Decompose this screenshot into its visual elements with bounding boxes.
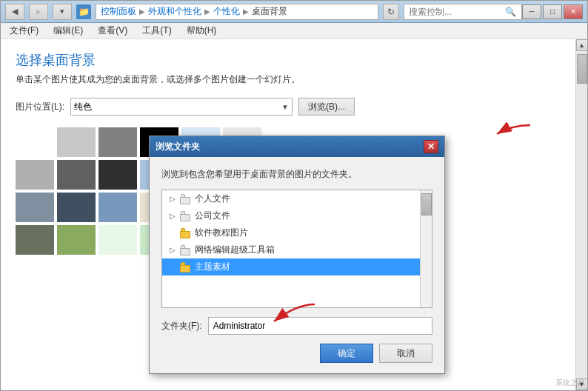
titlebar-controls: ─ □ ✕ xyxy=(522,4,583,19)
dialog-title: 浏览文件夹 xyxy=(156,141,200,153)
swatch-14[interactable] xyxy=(98,193,137,222)
search-input[interactable] xyxy=(409,7,505,17)
folder-icon-0 xyxy=(180,194,192,204)
tree-item-label-0: 个人文件 xyxy=(195,193,230,205)
tree-scrollbar[interactable] xyxy=(420,190,432,307)
browse-button[interactable]: 浏览(B)... xyxy=(298,98,355,116)
folder-label: 文件夹(F): xyxy=(161,320,202,332)
tree-item-1[interactable]: ▷公司文件 xyxy=(162,207,432,224)
dialog-body: 浏览到包含您希望用于桌面背景的图片的文件夹。 ▷个人文件▷公司文件软件教程图片▷… xyxy=(150,157,444,373)
forward-button[interactable]: ▶ xyxy=(29,4,48,20)
back-button[interactable]: ◀ xyxy=(5,4,24,20)
close-button[interactable]: ✕ xyxy=(564,4,583,19)
breadcrumb-item-3[interactable]: 个性化 xyxy=(213,5,240,18)
scrollbar-right[interactable]: ▲ ▼ xyxy=(575,39,587,390)
swatch-2[interactable] xyxy=(98,127,137,157)
menu-file[interactable]: 文件(F) xyxy=(7,23,41,39)
folder-tree[interactable]: ▷个人文件▷公司文件软件教程图片▷网络编辑超级工具箱主题素材 xyxy=(161,190,432,308)
search-box: 🔍 xyxy=(404,4,522,20)
tree-item-4[interactable]: 主题素材 xyxy=(162,258,432,275)
dialog-description: 浏览到包含您希望用于桌面背景的图片的文件夹。 xyxy=(161,167,432,181)
main-window: ◀ ▶ ▾ 📁 控制面板 ▶ 外观和个性化 ▶ 个性化 ▶ 桌面背景 ↻ 🔍 ─ xyxy=(0,0,588,391)
tree-expand-1: ▷ xyxy=(168,212,177,220)
tree-expand-0: ▷ xyxy=(168,195,177,203)
tree-item-label-3: 网络编辑超级工具箱 xyxy=(195,244,275,256)
dialog-buttons: 确定 取消 xyxy=(161,344,432,363)
img-pos-value: 纯色 xyxy=(74,101,92,113)
page-title: 选择桌面背景 xyxy=(16,51,561,69)
img-pos-row: 图片位置(L): 纯色 ▼ 浏览(B)... xyxy=(16,98,561,116)
tree-item-label-4: 主题素材 xyxy=(195,261,230,273)
swatch-8[interactable] xyxy=(98,160,137,190)
ok-button[interactable]: 确定 xyxy=(320,344,373,363)
breadcrumb-sep-1: ▶ xyxy=(139,7,145,16)
swatch-1[interactable] xyxy=(57,127,96,157)
tree-item-label-1: 公司文件 xyxy=(195,210,230,222)
dialog-titlebar: 浏览文件夹 ✕ xyxy=(150,136,444,157)
swatch-12[interactable] xyxy=(16,193,54,222)
tree-item-2[interactable]: 软件教程图片 xyxy=(162,224,432,241)
folder-icon-3 xyxy=(180,245,192,255)
scroll-up-button[interactable]: ▲ xyxy=(576,39,588,51)
browse-folder-dialog: 浏览文件夹 ✕ 浏览到包含您希望用于桌面背景的图片的文件夹。 ▷个人文件▷公司文… xyxy=(149,136,445,374)
dialog-close-button[interactable]: ✕ xyxy=(424,140,438,153)
scroll-down-button[interactable]: ▼ xyxy=(576,378,588,390)
tree-item-label-2: 软件教程图片 xyxy=(195,227,248,239)
breadcrumb-item-2[interactable]: 外观和个性化 xyxy=(148,5,201,18)
scrollbar-track[interactable] xyxy=(576,51,587,378)
tree-item-0[interactable]: ▷个人文件 xyxy=(162,190,432,207)
titlebar-left: ◀ ▶ ▾ 📁 控制面板 ▶ 外观和个性化 ▶ 个性化 ▶ 桌面背景 ↻ 🔍 xyxy=(5,4,522,20)
folder-icon-2 xyxy=(180,228,192,238)
breadcrumb: 控制面板 ▶ 外观和个性化 ▶ 个性化 ▶ 桌面背景 xyxy=(96,4,378,20)
dialog-arrow-annotation xyxy=(259,301,318,330)
swatch-6[interactable] xyxy=(16,160,54,190)
swatch-20[interactable] xyxy=(98,225,137,255)
minimize-button[interactable]: ─ xyxy=(522,4,541,19)
menu-tools[interactable]: 工具(T) xyxy=(139,23,174,39)
cancel-button[interactable]: 取消 xyxy=(379,344,432,363)
page-subtitle: 单击某个图片使其成为您的桌面背景，或选择多个图片创建一个幻灯片。 xyxy=(16,73,561,86)
tree-item-3[interactable]: ▷网络编辑超级工具箱 xyxy=(162,241,432,258)
folder-icon: 📁 xyxy=(76,4,91,19)
refresh-button[interactable]: ↻ xyxy=(383,4,399,20)
scrollbar-thumb[interactable] xyxy=(577,54,587,84)
swatch-19[interactable] xyxy=(57,225,96,255)
dropdown-button[interactable]: ▾ xyxy=(53,4,72,20)
img-pos-select[interactable]: 纯色 ▼ xyxy=(70,98,293,116)
swatch-0[interactable] xyxy=(16,127,54,157)
select-dropdown-icon: ▼ xyxy=(281,103,289,111)
titlebar: ◀ ▶ ▾ 📁 控制面板 ▶ 外观和个性化 ▶ 个性化 ▶ 桌面背景 ↻ 🔍 ─ xyxy=(1,1,587,23)
browse-arrow-annotation xyxy=(482,119,534,149)
swatch-7[interactable] xyxy=(57,160,96,190)
breadcrumb-item-1[interactable]: 控制面板 xyxy=(101,5,136,18)
main-content: 选择桌面背景 单击某个图片使其成为您的桌面背景，或选择多个图片创建一个幻灯片。 … xyxy=(1,39,587,390)
maximize-button[interactable]: □ xyxy=(543,4,562,19)
breadcrumb-sep-3: ▶ xyxy=(243,7,249,16)
search-icon: 🔍 xyxy=(505,7,516,17)
swatch-18[interactable] xyxy=(16,225,54,255)
tree-scrollbar-thumb[interactable] xyxy=(421,193,432,215)
menubar: 文件(F) 编辑(E) 查看(V) 工具(T) 帮助(H) xyxy=(1,23,587,39)
breadcrumb-sep-2: ▶ xyxy=(204,7,210,16)
menu-help[interactable]: 帮助(H) xyxy=(184,23,220,39)
menu-view[interactable]: 查看(V) xyxy=(95,23,130,39)
img-pos-label: 图片位置(L): xyxy=(16,101,64,113)
tree-expand-3: ▷ xyxy=(168,246,177,254)
menu-edit[interactable]: 编辑(E) xyxy=(50,23,86,39)
folder-icon-4 xyxy=(180,262,192,273)
folder-input[interactable] xyxy=(208,317,432,335)
folder-icon-1 xyxy=(180,211,192,221)
swatch-13[interactable] xyxy=(57,193,96,222)
breadcrumb-item-4: 桌面背景 xyxy=(252,5,287,18)
